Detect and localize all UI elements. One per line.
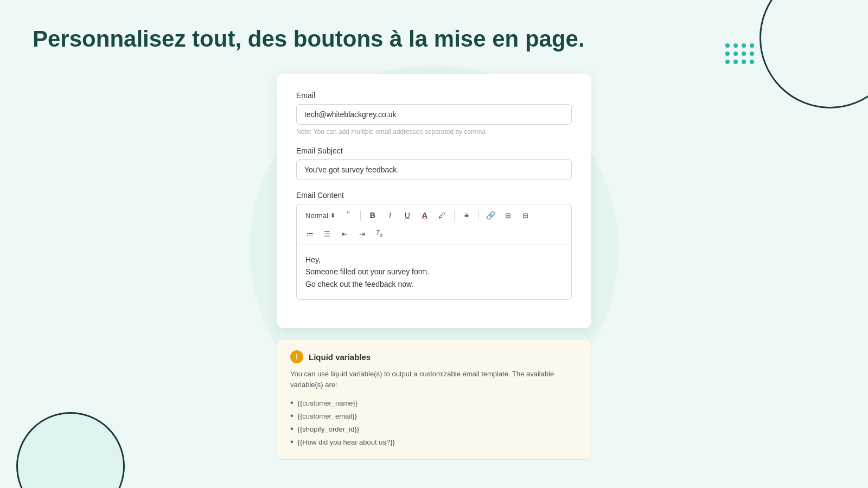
table-icon: ⊟ <box>522 211 528 220</box>
quote-icon: " <box>347 210 350 220</box>
underline-button[interactable]: U <box>400 208 415 223</box>
quote-button[interactable]: " <box>341 208 356 223</box>
email-note: Note: You can add multiple email address… <box>296 128 572 136</box>
editor-line2: Someone filled out your survey form. <box>305 267 429 276</box>
variable-1: {{customer_name}} <box>298 399 358 407</box>
link-icon: 🔗 <box>486 211 495 220</box>
image-button[interactable]: ⊞ <box>501 208 516 223</box>
variables-list: {{customer_name}} {{customer_email}} {{s… <box>290 396 578 448</box>
toolbar-divider-1 <box>360 210 361 221</box>
outdent-button[interactable]: ⇤ <box>337 226 352 241</box>
info-box-title: Liquid variables <box>309 352 371 362</box>
underline-icon: U <box>405 211 410 220</box>
page-title: Personnalisez tout, des boutons à la mis… <box>0 0 868 68</box>
toolbar-row2: ≔ ☰ ⇤ ⇥ <box>302 225 566 241</box>
italic-icon: I <box>389 211 391 220</box>
email-field-group: Email Note: You can add multiple email a… <box>296 91 572 136</box>
toolbar-row1: Normal ⬍ " B <box>302 208 566 223</box>
indent-button[interactable]: ⇥ <box>354 226 369 241</box>
editor-line3: Go check out the feedback now. <box>305 280 413 288</box>
table-button[interactable]: ⊟ <box>518 208 533 223</box>
toolbar-divider-2 <box>454 210 455 221</box>
ol-icon: ≔ <box>307 230 314 238</box>
outdent-icon: ⇤ <box>342 230 348 238</box>
content-label: Email Content <box>296 191 572 200</box>
clear-format-button[interactable]: Tx <box>372 226 387 241</box>
list-item: {{customer_name}} <box>290 396 578 409</box>
font-color-icon: A <box>422 211 427 220</box>
clear-format-icon: Tx <box>376 229 382 238</box>
content-area: Email Note: You can add multiple email a… <box>0 68 868 460</box>
indent-icon: ⇥ <box>359 230 365 238</box>
editor-content[interactable]: Hey, Someone filled out your survey form… <box>297 245 571 299</box>
toolbar-divider-3 <box>478 210 479 221</box>
link-button[interactable]: 🔗 <box>483 208 499 223</box>
editor-toolbar: Normal ⬍ " B <box>297 204 571 245</box>
form-card: Email Note: You can add multiple email a… <box>277 74 591 328</box>
content-field-group: Email Content Normal ⬍ " <box>296 191 572 300</box>
info-box-header: ! Liquid variables <box>290 350 578 363</box>
email-label: Email <box>296 91 572 100</box>
info-icon: ! <box>290 350 303 363</box>
variable-4: {{How did you hear about us?}} <box>298 438 395 446</box>
list-item: {{shopify_order_id}} <box>290 422 578 435</box>
align-button[interactable]: ≡ <box>459 208 474 223</box>
rich-text-editor: Normal ⬍ " B <box>296 204 572 300</box>
unordered-list-button[interactable]: ☰ <box>320 226 335 241</box>
bold-icon: B <box>370 211 375 220</box>
editor-line1: Hey, <box>305 255 321 264</box>
variable-2: {{customer_email}} <box>298 412 357 420</box>
email-input[interactable] <box>296 104 572 125</box>
bold-button[interactable]: B <box>365 208 380 223</box>
subject-input[interactable] <box>296 159 572 180</box>
info-box-description: You can use liquid variable(s) to output… <box>290 369 578 390</box>
ordered-list-button[interactable]: ≔ <box>302 226 317 241</box>
align-icon: ≡ <box>464 211 469 220</box>
ul-icon: ☰ <box>324 230 330 238</box>
variable-3: {{shopify_order_id}} <box>298 425 359 433</box>
highlight-icon: 🖊 <box>438 211 445 220</box>
format-chevron: ⬍ <box>330 212 335 219</box>
image-icon: ⊞ <box>505 211 511 220</box>
italic-button[interactable]: I <box>382 208 398 223</box>
font-color-button[interactable]: A <box>417 208 432 223</box>
info-box: ! Liquid variables You can use liquid va… <box>277 339 591 460</box>
format-label: Normal <box>305 211 328 220</box>
list-item: {{customer_email}} <box>290 409 578 422</box>
subject-label: Email Subject <box>296 146 572 155</box>
format-select[interactable]: Normal ⬍ <box>302 210 339 221</box>
subject-field-group: Email Subject <box>296 146 572 180</box>
highlight-button[interactable]: 🖊 <box>435 208 450 223</box>
list-item: {{How did you hear about us?}} <box>290 435 578 448</box>
